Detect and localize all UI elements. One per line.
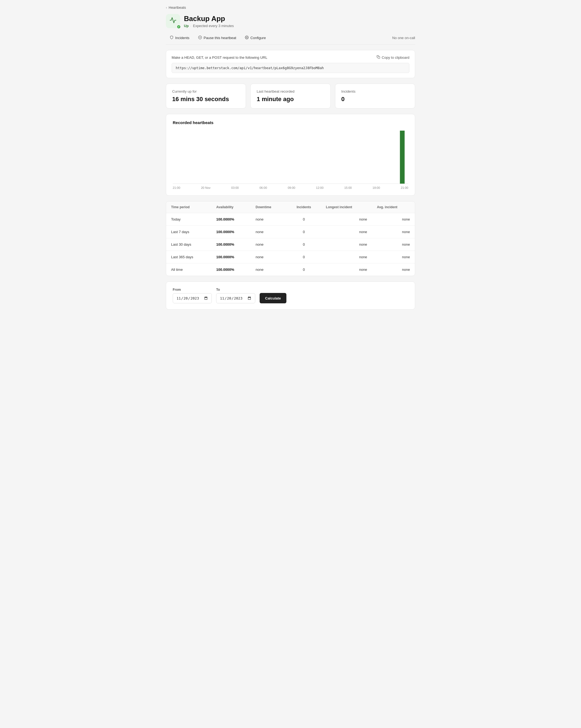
cell-availability: 100.0000%: [211, 263, 250, 276]
date-range-row: From To Calculate: [173, 288, 408, 303]
heartbeat-icon: [169, 17, 177, 25]
x-label-8: 21:00: [401, 186, 408, 189]
col-header-downtime: Downtime: [250, 201, 287, 213]
cell-period: Today: [166, 213, 211, 226]
cell-incidents: 0: [287, 226, 321, 238]
copy-label: Copy to clipboard: [382, 55, 410, 59]
x-label-6: 15:00: [344, 186, 352, 189]
expected-text: Expected every 3 minutes: [193, 24, 234, 28]
copy-to-clipboard-button[interactable]: Copy to clipboard: [376, 55, 410, 59]
table-row: Last 365 days 100.0000% none 0 none none: [166, 251, 415, 263]
table-row: All time 100.0000% none 0 none none: [166, 263, 415, 276]
cell-availability: 100.0000%: [211, 226, 250, 238]
cell-period: Last 30 days: [166, 238, 211, 251]
stat-card-heartbeat: Last heartbeat recorded 1 minute ago: [250, 84, 331, 108]
incidents-button[interactable]: Incidents: [166, 34, 193, 42]
pause-button[interactable]: Pause this heartbeat: [194, 34, 240, 42]
from-field: From: [173, 288, 212, 303]
page-title: Backup App: [184, 15, 234, 23]
table-row: Last 30 days 100.0000% none 0 none none: [166, 238, 415, 251]
x-label-1: 20 Nov: [201, 186, 210, 189]
table-header-row: Time period Availability Downtime Incide…: [166, 201, 415, 213]
cell-downtime: none: [250, 213, 287, 226]
pause-label: Pause this heartbeat: [204, 36, 236, 40]
cell-downtime: none: [250, 238, 287, 251]
check-icon: ✓: [178, 25, 180, 28]
from-date-input[interactable]: [173, 293, 212, 303]
svg-point-3: [246, 37, 247, 38]
stat-card-uptime: Currently up for 16 mins 30 seconds: [166, 84, 246, 108]
configure-button[interactable]: Configure: [241, 34, 269, 42]
chart-card: Recorded heartbeats 21:00 20 Nov 03:00 0…: [166, 114, 415, 196]
breadcrumb: ‹ Heartbeats: [166, 5, 415, 9]
col-header-longest: Longest incident: [321, 201, 372, 213]
calculate-button[interactable]: Calculate: [260, 293, 286, 303]
stats-table-card: Time period Availability Downtime Incide…: [166, 201, 415, 276]
status-text: Up: [184, 24, 189, 28]
cell-incidents: 0: [287, 213, 321, 226]
back-arrow-icon: ‹: [166, 6, 167, 9]
stat-label-heartbeat: Last heartbeat recorded: [257, 89, 324, 94]
cell-longest: none: [321, 238, 372, 251]
cell-avg: none: [372, 226, 415, 238]
cell-longest: none: [321, 251, 372, 263]
from-label: From: [173, 288, 212, 292]
chart-svg: [173, 129, 408, 184]
pause-icon: [198, 35, 202, 40]
col-header-incidents: Incidents: [287, 201, 321, 213]
header-info: Backup App Up · Expected every 3 minutes: [184, 15, 234, 28]
table-row: Today 100.0000% none 0 none none: [166, 213, 415, 226]
cell-incidents: 0: [287, 238, 321, 251]
cell-longest: none: [321, 213, 372, 226]
chart-title: Recorded heartbeats: [173, 120, 408, 125]
x-label-4: 09:00: [288, 186, 295, 189]
x-label-0: 21:00: [173, 186, 180, 189]
cell-availability: 100.0000%: [211, 251, 250, 263]
svg-rect-6: [400, 131, 404, 184]
stat-label-incidents: Incidents: [341, 89, 409, 94]
col-header-availability: Availability: [211, 201, 250, 213]
gear-icon: [245, 35, 249, 40]
stat-value-uptime: 16 mins 30 seconds: [172, 96, 240, 103]
cell-incidents: 0: [287, 263, 321, 276]
cell-avg: none: [372, 238, 415, 251]
cell-avg: none: [372, 213, 415, 226]
cell-downtime: none: [250, 251, 287, 263]
stats-table: Time period Availability Downtime Incide…: [166, 201, 415, 276]
col-header-avg: Avg. incident: [372, 201, 415, 213]
stat-value-incidents: 0: [341, 96, 409, 103]
x-label-5: 12:00: [316, 186, 323, 189]
status-badge: ✓: [177, 25, 181, 29]
cell-period: Last 7 days: [166, 226, 211, 238]
date-range-card: From To Calculate: [166, 282, 415, 310]
cell-downtime: none: [250, 226, 287, 238]
x-label-7: 18:00: [372, 186, 380, 189]
clipboard-icon: [376, 55, 380, 59]
to-date-input[interactable]: [216, 293, 255, 303]
chart-area: [173, 129, 408, 184]
url-card-desc: Make a HEAD, GET, or a POST request to t…: [171, 55, 267, 59]
stat-value-heartbeat: 1 minute ago: [257, 96, 324, 103]
cell-availability: 100.0000%: [211, 213, 250, 226]
breadcrumb-link[interactable]: Heartbeats: [168, 5, 186, 9]
x-label-2: 03:00: [231, 186, 239, 189]
svg-point-0: [199, 36, 202, 39]
svg-rect-4: [378, 57, 380, 58]
cell-longest: none: [321, 226, 372, 238]
to-label: To: [216, 288, 255, 292]
configure-label: Configure: [250, 36, 266, 40]
cell-incidents: 0: [287, 251, 321, 263]
incidents-label: Incidents: [175, 36, 189, 40]
shield-icon: [170, 35, 174, 40]
table-row: Last 7 days 100.0000% none 0 none none: [166, 226, 415, 238]
oncall-status: No one on-call: [392, 36, 415, 40]
stats-row: Currently up for 16 mins 30 seconds Last…: [166, 84, 415, 108]
cell-avg: none: [372, 251, 415, 263]
url-card-header: Make a HEAD, GET, or a POST request to t…: [171, 55, 410, 59]
avatar: ✓: [166, 14, 180, 28]
cell-period: Last 365 days: [166, 251, 211, 263]
page-header: ✓ Backup App Up · Expected every 3 minut…: [166, 14, 415, 28]
stat-card-incidents: Incidents 0: [335, 84, 415, 108]
heartbeat-url[interactable]: https://uptime.betterstack.com/api/v1/he…: [171, 63, 410, 73]
toolbar-actions: Incidents Pause this heartbeat: [166, 34, 270, 42]
